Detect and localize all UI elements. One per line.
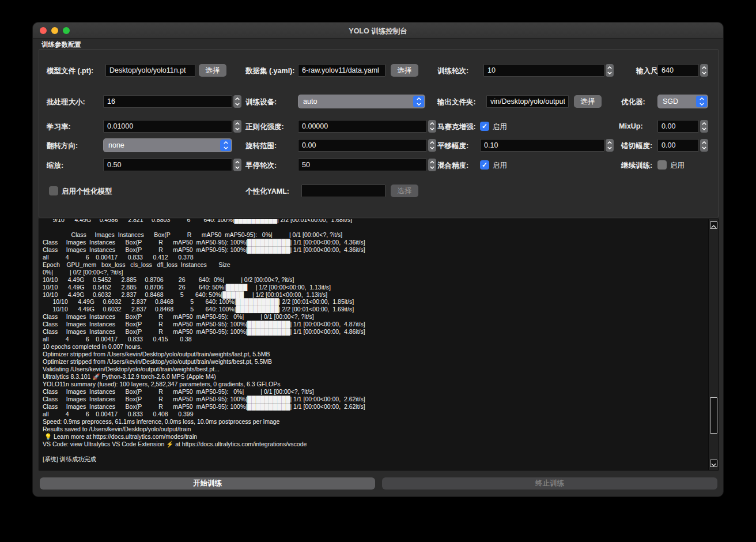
mosaic-checkbox-label: 启用: [493, 122, 507, 132]
optimizer-label: 优化器:: [621, 97, 645, 107]
window-title: YOLO 训练控制台: [33, 27, 723, 36]
yolo-training-console-window: YOLO 训练控制台 训练参数配置 模型文件 (.pt): 选择 数据集 (.y…: [32, 22, 724, 497]
lr-stepper[interactable]: [233, 120, 241, 133]
chevron-down-icon: [430, 127, 434, 130]
mixup-input[interactable]: [657, 120, 699, 133]
weight-decay-stepper[interactable]: [428, 120, 436, 133]
translate-label: 平移幅度:: [437, 141, 468, 151]
chevron-down-icon: [607, 146, 612, 149]
training-log-panel: 9/10 4.49G 0.4986 2.821 0.8803 6 640: 10…: [39, 219, 719, 471]
batch-stepper[interactable]: [233, 95, 241, 108]
optimizer-selected-value: SGD: [663, 97, 678, 106]
lr-label: 学习率:: [47, 122, 71, 132]
chevron-up-icon: [607, 66, 612, 69]
chevron-up-icon: [702, 66, 706, 69]
patience-label: 早停轮次:: [245, 161, 277, 171]
amp-checkbox[interactable]: ✓: [480, 160, 489, 170]
batch-input[interactable]: [103, 95, 232, 108]
chevron-down-icon: [711, 458, 716, 469]
scale-input[interactable]: [103, 159, 232, 171]
title-bar[interactable]: YOLO 训练控制台: [33, 22, 723, 39]
chevron-up-icon: [235, 97, 240, 100]
shear-stepper[interactable]: [700, 139, 708, 152]
output-dir-input[interactable]: [486, 95, 569, 108]
chevron-up-icon: [711, 220, 716, 231]
flip-label: 翻转方向:: [47, 141, 78, 151]
device-selected-value: auto: [303, 97, 317, 106]
model-file-choose-button[interactable]: 选择: [199, 64, 226, 77]
patience-input[interactable]: [298, 159, 427, 171]
check-icon: ✓: [482, 123, 487, 130]
custom-model-checkbox[interactable]: [49, 186, 58, 195]
batch-label: 批处理大小:: [47, 97, 85, 107]
chevron-down-icon: [702, 71, 706, 74]
imgsz-input[interactable]: [657, 64, 699, 77]
weight-decay-input[interactable]: [298, 120, 427, 133]
mosaic-label: 马赛克增强:: [437, 122, 476, 132]
optimizer-select[interactable]: SGD: [657, 95, 708, 108]
custom-yaml-input[interactable]: [301, 185, 385, 197]
chevron-down-icon: [235, 166, 240, 169]
group-title: 训练参数配置: [41, 40, 81, 49]
scrollbar-thumb[interactable]: [710, 397, 717, 434]
mixup-stepper[interactable]: [700, 120, 708, 133]
custom-model-label: 启用个性化模型: [62, 187, 112, 197]
resume-label: 继续训练:: [621, 161, 652, 171]
shear-input[interactable]: [657, 139, 699, 152]
shear-label: 错切幅度:: [621, 141, 652, 151]
scroll-up-button[interactable]: [710, 221, 717, 229]
combo-chevrons-icon: [413, 96, 424, 107]
flip-select[interactable]: none: [103, 138, 232, 152]
combo-chevrons-icon: [696, 96, 707, 107]
device-label: 训练设备:: [245, 97, 277, 107]
resume-checkbox[interactable]: [657, 160, 667, 170]
chevron-up-icon: [430, 161, 434, 164]
rotate-label: 旋转范围:: [245, 141, 277, 151]
output-dir-label: 输出文件夹:: [437, 97, 476, 107]
custom-yaml-label: 个性化YAML:: [245, 187, 289, 197]
combo-chevrons-icon: [220, 140, 231, 151]
custom-yaml-choose-button: 选择: [391, 185, 418, 197]
dataset-choose-button[interactable]: 选择: [391, 64, 418, 77]
dataset-label: 数据集 (.yaml):: [245, 66, 294, 76]
lr-input[interactable]: [103, 120, 232, 133]
resume-checkbox-label: 启用: [670, 161, 685, 171]
rotate-stepper[interactable]: [428, 139, 436, 152]
log-text: 9/10 4.49G 0.4986 2.821 0.8803 6 640: 10…: [43, 219, 706, 462]
chevron-up-icon: [607, 141, 612, 144]
chevron-up-icon: [702, 141, 706, 144]
mosaic-checkbox[interactable]: ✓: [480, 122, 489, 131]
flip-selected-value: none: [108, 141, 124, 149]
amp-checkbox-label: 启用: [493, 161, 507, 171]
device-select[interactable]: auto: [298, 95, 425, 108]
epochs-input[interactable]: [483, 64, 604, 77]
log-scrollbar[interactable]: [708, 219, 718, 470]
translate-stepper[interactable]: [606, 139, 614, 152]
epochs-stepper[interactable]: [606, 64, 614, 77]
weight-decay-label: 正则化强度:: [245, 122, 284, 132]
output-dir-choose-button[interactable]: 选择: [574, 95, 602, 108]
chevron-down-icon: [702, 146, 706, 149]
desktop-background: YOLO 训练控制台 训练参数配置 模型文件 (.pt): 选择 数据集 (.y…: [0, 0, 756, 542]
epochs-label: 训练轮次:: [437, 66, 468, 76]
chevron-up-icon: [702, 122, 706, 125]
start-training-button[interactable]: 开始训练: [40, 477, 375, 490]
chevron-down-icon: [607, 71, 612, 74]
scale-stepper[interactable]: [233, 159, 241, 171]
model-file-input[interactable]: [105, 64, 195, 77]
scroll-down-button[interactable]: [710, 460, 717, 467]
chevron-down-icon: [235, 127, 240, 130]
mixup-label: MixUp:: [619, 122, 643, 130]
amp-label: 混合精度:: [437, 161, 468, 171]
check-icon: ✓: [482, 161, 487, 168]
chevron-down-icon: [430, 146, 434, 149]
patience-stepper[interactable]: [428, 159, 436, 171]
translate-input[interactable]: [480, 139, 604, 152]
imgsz-stepper[interactable]: [700, 64, 708, 77]
chevron-down-icon: [702, 127, 706, 130]
scale-label: 缩放:: [47, 161, 63, 171]
rotate-input[interactable]: [298, 139, 427, 152]
dataset-input[interactable]: [298, 64, 385, 77]
stop-training-button: 终止训练: [382, 477, 717, 490]
chevron-up-icon: [430, 122, 434, 125]
